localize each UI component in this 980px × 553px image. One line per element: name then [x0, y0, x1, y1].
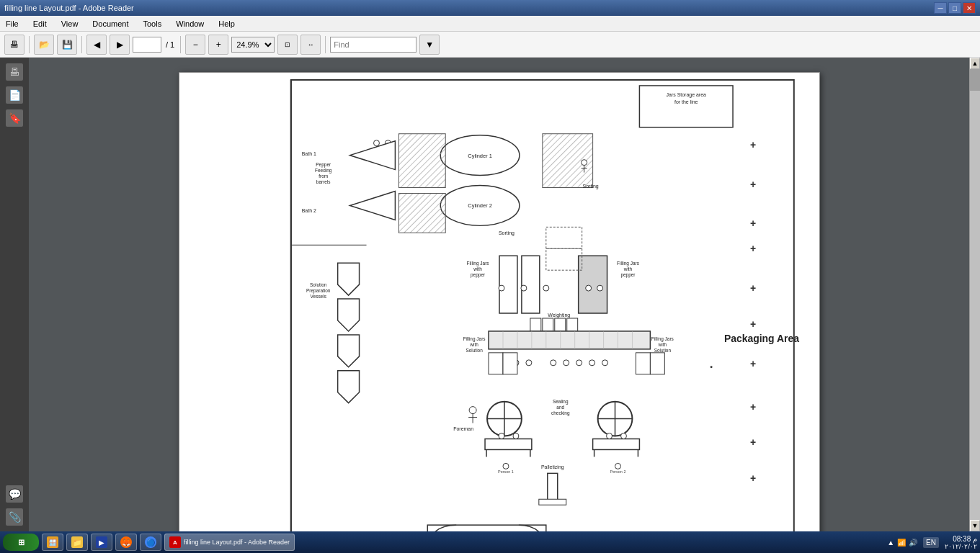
open-button[interactable]: 📂 — [34, 35, 54, 55]
locale-indicator: EN — [923, 537, 939, 548]
svg-rect-61 — [578, 256, 607, 313]
firefox-icon: 🦊 — [120, 536, 132, 548]
pdf-page: Jars Storage area for the line Packaging… — [179, 72, 820, 531]
svg-point-35 — [373, 140, 379, 146]
svg-rect-66 — [542, 318, 553, 331]
svg-point-89 — [550, 360, 556, 366]
menu-view[interactable]: View — [58, 18, 81, 30]
svg-text:+: + — [749, 436, 755, 448]
fit-page-button[interactable]: ⊡ — [277, 35, 298, 55]
svg-point-62 — [585, 285, 591, 291]
window-controls: ─ □ ✕ — [934, 2, 976, 14]
svg-text:and: and — [556, 405, 564, 410]
svg-rect-65 — [530, 318, 540, 331]
zoom-out-button[interactable]: − — [185, 35, 205, 55]
close-button[interactable]: ✕ — [963, 2, 976, 14]
svg-text:Filling Jars: Filling Jars — [463, 336, 485, 342]
chrome-icon: 🔵 — [145, 536, 156, 548]
svg-rect-94 — [489, 353, 503, 374]
tray-expand[interactable]: ▲ — [887, 539, 894, 547]
print-button[interactable]: 🖶 — [4, 35, 24, 55]
taskbar-adobe-reader[interactable]: A filling line Layout.pdf - Adobe Reader — [164, 534, 295, 551]
taskbar-adobe-label: filling line Layout.pdf - Adobe Reader — [184, 539, 290, 546]
svg-rect-32 — [398, 194, 445, 233]
svg-rect-114 — [592, 439, 639, 450]
taskbar-media-player[interactable]: ▶ — [91, 534, 112, 551]
svg-text:Palletizing: Palletizing — [540, 464, 564, 470]
svg-point-118 — [512, 433, 518, 439]
menu-document[interactable]: Document — [89, 18, 131, 30]
svg-text:from: from — [318, 174, 328, 179]
save-button[interactable]: 💾 — [57, 35, 77, 55]
system-tray: ▲ 📶 🔊 EN 08:38 م ٢٠١٢/٠٢/٠٢ — [887, 535, 977, 550]
taskbar-windows-explorer[interactable]: 🪟 — [42, 534, 63, 551]
prev-page-button[interactable]: ◀ — [86, 35, 107, 55]
panel-icon-comments[interactable]: 💬 — [6, 485, 23, 503]
menu-bar: File Edit View Document Tools Window Hel… — [0, 16, 980, 32]
taskbar-file-manager[interactable]: 📁 — [66, 534, 88, 551]
svg-text:Sealing: Sealing — [552, 399, 568, 405]
tray-volume: 🔊 — [909, 539, 917, 547]
minimize-button[interactable]: ─ — [934, 2, 947, 14]
menu-edit[interactable]: Edit — [30, 18, 50, 30]
find-dropdown[interactable]: ▼ — [419, 35, 440, 55]
svg-point-122 — [615, 463, 620, 469]
svg-text:checking: checking — [551, 410, 569, 416]
svg-text:+: + — [749, 179, 755, 190]
panel-icon-pages[interactable]: 📄 — [6, 86, 23, 104]
taskbar-chrome[interactable]: 🔵 — [140, 534, 161, 551]
zoom-select[interactable]: 24.9% 50% 100% — [231, 37, 275, 53]
panel-icon-attachments[interactable]: 📎 — [6, 508, 23, 526]
svg-text:for the line: for the line — [674, 99, 698, 104]
svg-text:+: + — [749, 401, 755, 413]
svg-text:Sorting: Sorting — [498, 230, 514, 236]
svg-point-119 — [606, 433, 612, 439]
title-bar: filling line Layout.pdf - Adobe Reader ─… — [0, 0, 980, 16]
svg-text:Bath 2: Bath 2 — [301, 208, 316, 213]
svg-text:Cylinder 1: Cylinder 1 — [468, 153, 492, 159]
svg-rect-57 — [521, 256, 539, 313]
menu-file[interactable]: File — [3, 18, 22, 30]
svg-text:Feeding: Feeding — [315, 168, 332, 174]
svg-text:Solution: Solution — [466, 348, 483, 353]
svg-text:+: + — [749, 243, 755, 254]
tray-icons: ▲ 📶 🔊 — [887, 539, 917, 547]
tray-network: 📶 — [897, 539, 906, 547]
svg-point-63 — [597, 285, 602, 291]
media-player-icon: ▶ — [96, 536, 107, 548]
find-input[interactable] — [330, 37, 416, 53]
system-clock: 08:38 م ٢٠١٢/٠٢/٠٢ — [945, 535, 977, 550]
svg-text:Preparation: Preparation — [306, 288, 331, 294]
svg-text:Vessels: Vessels — [310, 294, 326, 299]
taskbar-firefox[interactable]: 🦊 — [115, 534, 137, 551]
zoom-in-button[interactable]: + — [208, 35, 228, 55]
separator2 — [81, 36, 82, 53]
page-total: / 1 — [166, 40, 174, 49]
svg-point-121 — [502, 463, 508, 469]
menu-help[interactable]: Help — [215, 18, 238, 30]
svg-point-41 — [581, 160, 587, 166]
panel-icon-bookmarks[interactable]: 🔖 — [6, 109, 23, 127]
svg-rect-68 — [566, 318, 577, 331]
maximize-button[interactable]: □ — [948, 2, 961, 14]
start-button[interactable]: ⊞ — [3, 534, 39, 551]
menu-tools[interactable]: Tools — [141, 18, 165, 30]
fit-width-button[interactable]: ↔ — [300, 35, 321, 55]
svg-point-120 — [620, 433, 626, 439]
menu-window[interactable]: Window — [173, 18, 207, 30]
svg-text:Sorting: Sorting — [582, 184, 598, 189]
svg-text:Filling Jars: Filling Jars — [651, 336, 673, 342]
svg-point-108 — [469, 407, 476, 414]
next-page-button[interactable]: ▶ — [110, 35, 130, 55]
vertical-scrollbar[interactable]: ▲ ▼ — [969, 58, 980, 531]
windows-explorer-icon: 🪟 — [47, 536, 58, 548]
page-number-input[interactable]: 1 — [133, 37, 161, 53]
svg-point-91 — [576, 360, 582, 366]
svg-text:Solution: Solution — [654, 348, 671, 353]
panel-icon-print[interactable]: 🖶 — [6, 63, 23, 81]
svg-point-58 — [499, 285, 504, 291]
svg-point-117 — [499, 433, 504, 439]
left-panel: 🖶 📄 🔖 💬 📎 — [0, 58, 29, 531]
svg-rect-69 — [489, 331, 650, 349]
svg-text:barrels: barrels — [316, 179, 330, 184]
